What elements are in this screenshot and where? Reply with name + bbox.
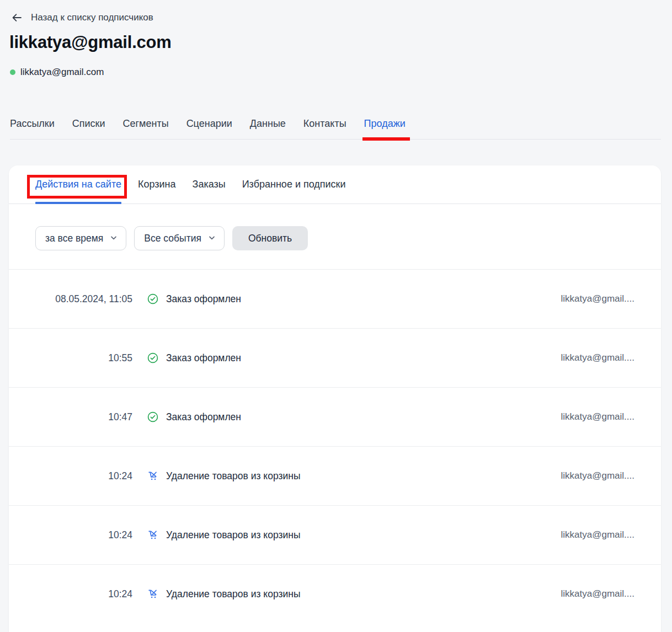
subscriber-page: Назад к списку подписчиков likkatya@gmai… <box>0 0 672 632</box>
event-row[interactable]: 08.05.2024, 11:05 Заказ оформлен likkaty… <box>9 269 661 328</box>
status-email: likkatya@gmail.com <box>20 67 104 78</box>
event-row[interactable]: 10:24 Удаление товаров из корзины likkat… <box>9 505 661 564</box>
event-row[interactable]: 10:24 Удаление товаров из корзины likkat… <box>9 564 661 623</box>
subscriber-status: likkatya@gmail.com <box>10 67 104 78</box>
event-datetime: 10:24 <box>35 470 132 482</box>
sales-sub-tabs: Действия на сайте Корзина Заказы Избранн… <box>9 165 661 204</box>
event-label: Заказ оформлен <box>166 293 241 305</box>
main-tabs: Рассылки Списки Сегменты Сценарии Данные… <box>10 118 661 140</box>
subtab-cart[interactable]: Корзина <box>138 165 176 203</box>
tab-prodazhi[interactable]: Продажи <box>364 118 406 139</box>
annotation-red-underline <box>362 137 410 141</box>
event-label: Удаление товаров из корзины <box>166 470 301 482</box>
event-contact: likkatya@gmail.... <box>508 411 634 422</box>
back-link-label: Назад к списку подписчиков <box>31 12 153 23</box>
event-label: Удаление товаров из корзины <box>166 529 301 541</box>
event-contact: likkatya@gmail.... <box>508 588 634 599</box>
event-datetime: 10:24 <box>35 588 132 600</box>
event-row[interactable]: 10:55 Заказ оформлен likkatya@gmail.... <box>9 328 661 387</box>
tab-prodazhi-label: Продажи <box>364 118 406 129</box>
event-datetime: 10:24 <box>35 529 132 541</box>
event-contact: likkatya@gmail.... <box>508 529 634 540</box>
period-select[interactable]: за все время <box>35 226 126 250</box>
back-arrow-icon <box>10 12 23 24</box>
event-datetime: 08.05.2024, 11:05 <box>35 293 132 305</box>
events-list: 08.05.2024, 11:05 Заказ оформлен likkaty… <box>9 269 661 623</box>
chevron-down-icon <box>208 233 216 244</box>
active-subtab-underline <box>35 202 121 204</box>
subtab-favorites[interactable]: Избранное и подписки <box>242 165 346 203</box>
event-contact: likkatya@gmail.... <box>508 470 634 481</box>
event-type-select[interactable]: Все события <box>134 226 225 250</box>
event-contact: likkatya@gmail.... <box>508 352 634 363</box>
tab-dannye[interactable]: Данные <box>250 118 286 139</box>
tab-spiski[interactable]: Списки <box>72 118 105 139</box>
tab-segmenty[interactable]: Сегменты <box>123 118 169 139</box>
event-contact: likkatya@gmail.... <box>508 293 634 304</box>
tab-kontakty[interactable]: Контакты <box>303 118 346 139</box>
remove-from-cart-icon <box>147 470 159 482</box>
event-datetime: 10:55 <box>35 352 132 364</box>
filters-bar: за все время Все события Обновить <box>9 204 661 269</box>
event-type-select-value: Все события <box>144 233 201 244</box>
check-circle-icon <box>147 411 159 423</box>
event-datetime: 10:47 <box>35 411 132 423</box>
event-row[interactable]: 10:47 Заказ оформлен likkatya@gmail.... <box>9 387 661 446</box>
event-label: Заказ оформлен <box>166 411 241 423</box>
event-label: Заказ оформлен <box>166 352 241 364</box>
status-dot-icon <box>10 69 15 75</box>
event-row[interactable]: 10:24 Удаление товаров из корзины likkat… <box>9 446 661 505</box>
check-circle-icon <box>147 293 159 305</box>
subtab-site-actions[interactable]: Действия на сайте <box>35 165 121 203</box>
period-select-value: за все время <box>45 233 103 244</box>
back-to-subscribers-link[interactable]: Назад к списку подписчиков <box>10 12 153 24</box>
subtab-site-actions-label: Действия на сайте <box>35 179 121 190</box>
check-circle-icon <box>147 352 159 364</box>
tab-scenarii[interactable]: Сценарии <box>186 118 232 139</box>
tab-rassylki[interactable]: Рассылки <box>10 118 55 139</box>
remove-from-cart-icon <box>147 529 159 541</box>
event-label: Удаление товаров из корзины <box>166 588 301 600</box>
refresh-button[interactable]: Обновить <box>232 226 308 250</box>
chevron-down-icon <box>110 233 118 244</box>
sales-card: Действия на сайте Корзина Заказы Избранн… <box>9 165 661 632</box>
remove-from-cart-icon <box>147 588 159 600</box>
subtab-orders[interactable]: Заказы <box>193 165 226 203</box>
page-title: likkatya@gmail.com <box>9 33 172 52</box>
